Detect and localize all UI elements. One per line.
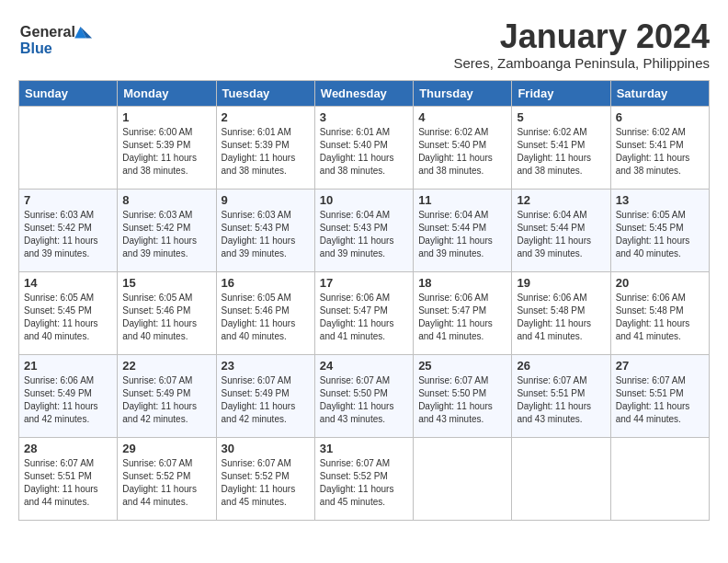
day-info: Sunrise: 6:06 AMSunset: 5:48 PMDaylight:… bbox=[616, 292, 704, 343]
day-info: Sunrise: 6:05 AMSunset: 5:45 PMDaylight:… bbox=[616, 209, 704, 260]
day-number: 18 bbox=[418, 276, 506, 290]
day-number: 23 bbox=[222, 359, 310, 373]
svg-text:Blue: Blue bbox=[20, 40, 52, 56]
column-header-thursday: Thursday bbox=[414, 80, 512, 106]
calendar-header-row: SundayMondayTuesdayWednesdayThursdayFrid… bbox=[19, 80, 710, 106]
day-info: Sunrise: 6:06 AMSunset: 5:47 PMDaylight:… bbox=[320, 292, 408, 343]
calendar-cell: 23Sunrise: 6:07 AMSunset: 5:49 PMDayligh… bbox=[216, 354, 314, 437]
calendar-cell bbox=[512, 437, 610, 520]
day-number: 9 bbox=[222, 193, 310, 207]
day-number: 30 bbox=[222, 442, 310, 455]
day-number: 22 bbox=[122, 359, 210, 373]
day-number: 20 bbox=[616, 276, 704, 290]
calendar-cell: 5Sunrise: 6:02 AMSunset: 5:41 PMDaylight… bbox=[512, 106, 610, 189]
day-info: Sunrise: 6:05 AMSunset: 5:45 PMDaylight:… bbox=[24, 292, 112, 343]
calendar-cell: 18Sunrise: 6:06 AMSunset: 5:47 PMDayligh… bbox=[414, 271, 512, 354]
day-info: Sunrise: 6:02 AMSunset: 5:41 PMDaylight:… bbox=[616, 126, 704, 178]
title-block: January 2024 Seres, Zamboanga Peninsula,… bbox=[453, 18, 710, 71]
day-info: Sunrise: 6:02 AMSunset: 5:40 PMDaylight:… bbox=[418, 126, 506, 178]
day-info: Sunrise: 6:03 AMSunset: 5:43 PMDaylight:… bbox=[222, 209, 310, 260]
day-number: 16 bbox=[222, 276, 310, 290]
calendar-cell: 29Sunrise: 6:07 AMSunset: 5:52 PMDayligh… bbox=[118, 437, 216, 520]
day-info: Sunrise: 6:04 AMSunset: 5:44 PMDaylight:… bbox=[418, 209, 506, 260]
day-number: 1 bbox=[122, 110, 210, 124]
calendar-cell: 11Sunrise: 6:04 AMSunset: 5:44 PMDayligh… bbox=[414, 189, 512, 271]
calendar-week-4: 21Sunrise: 6:06 AMSunset: 5:49 PMDayligh… bbox=[19, 354, 710, 437]
day-number: 25 bbox=[418, 359, 506, 373]
day-info: Sunrise: 6:03 AMSunset: 5:42 PMDaylight:… bbox=[24, 209, 112, 260]
day-info: Sunrise: 6:01 AMSunset: 5:40 PMDaylight:… bbox=[320, 126, 408, 178]
day-number: 19 bbox=[517, 276, 605, 290]
day-info: Sunrise: 6:03 AMSunset: 5:42 PMDaylight:… bbox=[122, 209, 210, 260]
calendar-cell: 28Sunrise: 6:07 AMSunset: 5:51 PMDayligh… bbox=[19, 437, 118, 520]
day-info: Sunrise: 6:07 AMSunset: 5:50 PMDaylight:… bbox=[320, 374, 408, 426]
day-info: Sunrise: 6:02 AMSunset: 5:41 PMDaylight:… bbox=[517, 126, 605, 178]
column-header-saturday: Saturday bbox=[610, 80, 709, 106]
calendar-cell: 21Sunrise: 6:06 AMSunset: 5:49 PMDayligh… bbox=[19, 354, 118, 437]
calendar-cell: 8Sunrise: 6:03 AMSunset: 5:42 PMDaylight… bbox=[118, 189, 216, 271]
day-number: 10 bbox=[320, 193, 408, 207]
day-info: Sunrise: 6:07 AMSunset: 5:49 PMDaylight:… bbox=[122, 374, 210, 426]
day-info: Sunrise: 6:06 AMSunset: 5:49 PMDaylight:… bbox=[24, 374, 112, 426]
calendar-cell bbox=[19, 106, 118, 189]
day-info: Sunrise: 6:07 AMSunset: 5:52 PMDaylight:… bbox=[320, 457, 408, 509]
calendar-cell: 6Sunrise: 6:02 AMSunset: 5:41 PMDaylight… bbox=[610, 106, 709, 189]
calendar-cell: 20Sunrise: 6:06 AMSunset: 5:48 PMDayligh… bbox=[610, 271, 709, 354]
calendar-cell: 2Sunrise: 6:01 AMSunset: 5:39 PMDaylight… bbox=[216, 106, 314, 189]
day-number: 27 bbox=[616, 359, 704, 373]
month-title: January 2024 bbox=[453, 18, 710, 55]
calendar-cell: 10Sunrise: 6:04 AMSunset: 5:43 PMDayligh… bbox=[314, 189, 413, 271]
day-number: 24 bbox=[320, 359, 408, 373]
day-number: 3 bbox=[320, 110, 408, 124]
day-info: Sunrise: 6:06 AMSunset: 5:47 PMDaylight:… bbox=[418, 292, 506, 343]
day-info: Sunrise: 6:07 AMSunset: 5:51 PMDaylight:… bbox=[517, 374, 605, 426]
calendar-cell: 26Sunrise: 6:07 AMSunset: 5:51 PMDayligh… bbox=[512, 354, 610, 437]
calendar-cell: 25Sunrise: 6:07 AMSunset: 5:50 PMDayligh… bbox=[414, 354, 512, 437]
day-info: Sunrise: 6:07 AMSunset: 5:50 PMDaylight:… bbox=[418, 374, 506, 426]
calendar-week-1: 1Sunrise: 6:00 AMSunset: 5:39 PMDaylight… bbox=[19, 106, 710, 189]
column-header-tuesday: Tuesday bbox=[216, 80, 314, 106]
calendar-cell: 9Sunrise: 6:03 AMSunset: 5:43 PMDaylight… bbox=[216, 189, 314, 271]
day-info: Sunrise: 6:06 AMSunset: 5:48 PMDaylight:… bbox=[517, 292, 605, 343]
calendar-cell: 14Sunrise: 6:05 AMSunset: 5:45 PMDayligh… bbox=[19, 271, 118, 354]
day-number: 17 bbox=[320, 276, 408, 290]
calendar-cell: 17Sunrise: 6:06 AMSunset: 5:47 PMDayligh… bbox=[314, 271, 413, 354]
day-number: 26 bbox=[517, 359, 605, 373]
day-info: Sunrise: 6:04 AMSunset: 5:43 PMDaylight:… bbox=[320, 209, 408, 260]
day-number: 8 bbox=[122, 193, 210, 207]
day-number: 15 bbox=[122, 276, 210, 290]
day-number: 21 bbox=[24, 359, 112, 373]
day-info: Sunrise: 6:05 AMSunset: 5:46 PMDaylight:… bbox=[222, 292, 310, 343]
column-header-friday: Friday bbox=[512, 80, 610, 106]
day-number: 2 bbox=[222, 110, 310, 124]
calendar-cell: 19Sunrise: 6:06 AMSunset: 5:48 PMDayligh… bbox=[512, 271, 610, 354]
column-header-monday: Monday bbox=[118, 80, 216, 106]
day-number: 29 bbox=[122, 442, 210, 455]
calendar-cell: 7Sunrise: 6:03 AMSunset: 5:42 PMDaylight… bbox=[19, 189, 118, 271]
calendar-week-5: 28Sunrise: 6:07 AMSunset: 5:51 PMDayligh… bbox=[19, 437, 710, 520]
day-info: Sunrise: 6:07 AMSunset: 5:51 PMDaylight:… bbox=[616, 374, 704, 426]
day-number: 11 bbox=[418, 193, 506, 207]
day-number: 14 bbox=[24, 276, 112, 290]
calendar-cell: 12Sunrise: 6:04 AMSunset: 5:44 PMDayligh… bbox=[512, 189, 610, 271]
day-info: Sunrise: 6:00 AMSunset: 5:39 PMDaylight:… bbox=[122, 126, 210, 178]
day-info: Sunrise: 6:07 AMSunset: 5:52 PMDaylight:… bbox=[122, 457, 210, 509]
svg-text:General: General bbox=[20, 23, 75, 40]
calendar-cell: 16Sunrise: 6:05 AMSunset: 5:46 PMDayligh… bbox=[216, 271, 314, 354]
calendar-cell: 31Sunrise: 6:07 AMSunset: 5:52 PMDayligh… bbox=[314, 437, 413, 520]
calendar-cell: 24Sunrise: 6:07 AMSunset: 5:50 PMDayligh… bbox=[314, 354, 413, 437]
calendar-cell: 15Sunrise: 6:05 AMSunset: 5:46 PMDayligh… bbox=[118, 271, 216, 354]
calendar-week-3: 14Sunrise: 6:05 AMSunset: 5:45 PMDayligh… bbox=[19, 271, 710, 354]
column-header-sunday: Sunday bbox=[19, 80, 118, 106]
logo: General Blue bbox=[18, 18, 101, 63]
day-info: Sunrise: 6:05 AMSunset: 5:46 PMDaylight:… bbox=[122, 292, 210, 343]
calendar-cell: 4Sunrise: 6:02 AMSunset: 5:40 PMDaylight… bbox=[414, 106, 512, 189]
calendar-cell: 30Sunrise: 6:07 AMSunset: 5:52 PMDayligh… bbox=[216, 437, 314, 520]
day-number: 4 bbox=[418, 110, 506, 124]
day-info: Sunrise: 6:07 AMSunset: 5:51 PMDaylight:… bbox=[24, 457, 112, 509]
page-header: General Blue January 2024 Seres, Zamboan… bbox=[18, 18, 710, 71]
day-number: 6 bbox=[616, 110, 704, 124]
day-number: 31 bbox=[320, 442, 408, 455]
calendar-cell: 13Sunrise: 6:05 AMSunset: 5:45 PMDayligh… bbox=[610, 189, 709, 271]
day-info: Sunrise: 6:01 AMSunset: 5:39 PMDaylight:… bbox=[222, 126, 310, 178]
